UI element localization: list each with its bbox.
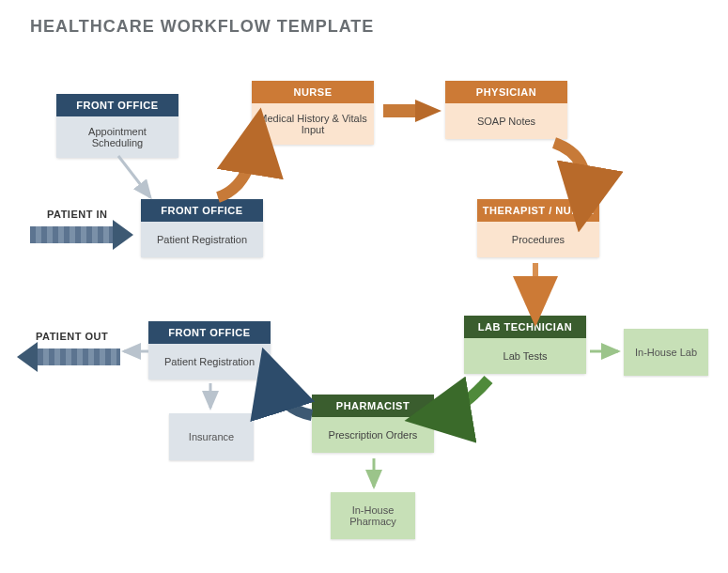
node-task: Patient Registration <box>148 344 271 379</box>
arrow-nurse-to-physician <box>379 98 445 126</box>
connector-foout-to-patientout <box>120 344 152 363</box>
node-task: Lab Tests <box>464 338 586 374</box>
node-front-office-appointment: FRONT OFFICE Appointment Scheduling <box>56 94 178 158</box>
connector-pharm-to-inhouse <box>366 457 385 494</box>
aux-in-house-lab: In-House Lab <box>624 329 708 376</box>
node-lab-technician: LAB TECHNICIAN Lab Tests <box>464 316 586 374</box>
aux-in-house-pharmacy: In-House Pharmacy <box>331 492 415 539</box>
svg-line-0 <box>118 156 150 197</box>
connector-lab-to-inhouse <box>588 344 626 363</box>
aux-insurance: Insurance <box>169 413 254 460</box>
node-role: LAB TECHNICIAN <box>464 316 586 338</box>
node-role: PHYSICIAN <box>445 81 567 103</box>
node-role: NURSE <box>252 81 374 103</box>
connector-foout-to-insurance <box>203 381 222 415</box>
connector-therapist-to-lab <box>522 261 550 317</box>
node-pharmacist: PHARMACIST Prescription Orders <box>312 395 434 453</box>
node-therapist: THERAPIST / NURSE Procedures <box>477 199 599 257</box>
label-patient-out: PATIENT OUT <box>36 331 108 342</box>
node-task: Appointment Scheduling <box>56 116 178 158</box>
arrow-lab-to-pharmacist <box>432 374 498 430</box>
arrow-patient-out <box>17 342 120 372</box>
node-task: Procedures <box>477 222 599 257</box>
node-role: FRONT OFFICE <box>141 199 263 222</box>
node-task: Medical History & Vitals Input <box>252 103 374 145</box>
node-role: FRONT OFFICE <box>148 321 271 344</box>
node-role: THERAPIST / NURSE <box>477 199 599 222</box>
node-task: SOAP Notes <box>445 103 567 139</box>
node-front-office-out: FRONT OFFICE Patient Registration <box>148 321 271 379</box>
node-task: Patient Registration <box>141 222 263 257</box>
node-role: PHARMACIST <box>312 395 434 417</box>
node-task: Prescription Orders <box>312 417 434 453</box>
node-front-office-registration: FRONT OFFICE Patient Registration <box>141 199 263 257</box>
label-patient-in: PATIENT IN <box>47 209 107 220</box>
node-physician: PHYSICIAN SOAP Notes <box>445 81 567 139</box>
node-role: FRONT OFFICE <box>56 94 178 116</box>
page-title: HEALTHCARE WORKFLOW TEMPLATE <box>30 17 374 37</box>
arrow-pharmacist-to-foout <box>263 372 319 428</box>
node-nurse: NURSE Medical History & Vitals Input <box>252 81 374 145</box>
arrow-patient-in <box>30 220 133 250</box>
